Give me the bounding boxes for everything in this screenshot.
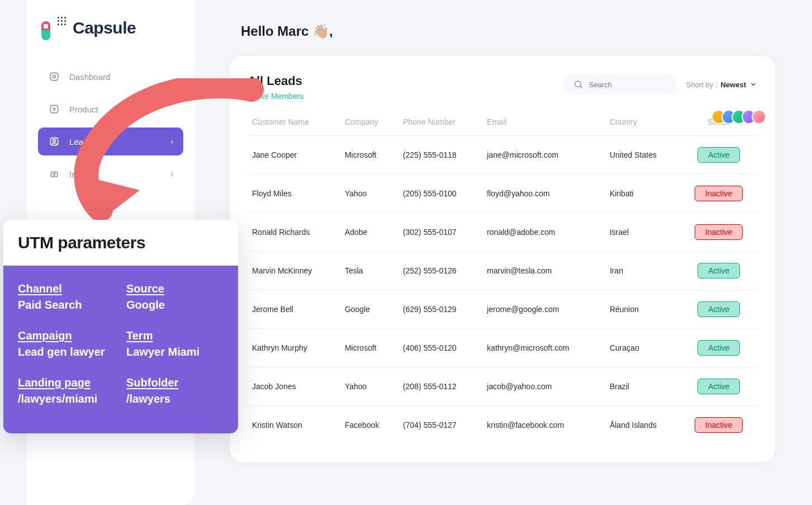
svg-point-4 [53, 139, 56, 142]
cell-phone: (225) 555-0118 [398, 136, 482, 174]
cell-phone: (406) 555-0120 [398, 329, 482, 367]
cell-phone: (302) 555-0107 [398, 213, 482, 252]
cell-name: Jerome Bell [248, 290, 340, 329]
search-box[interactable] [564, 74, 676, 95]
utm-key: Subfolder [126, 376, 224, 389]
svg-point-7 [575, 81, 581, 87]
sidebar-item-label: Income [69, 169, 97, 179]
table-row[interactable]: Kathryn MurphyMicrosoft(406) 555-0120kat… [248, 329, 757, 367]
col-phone: Phone Number [398, 111, 482, 136]
utm-item: ChannelPaid Search [18, 282, 115, 312]
table-row[interactable]: Marvin McKinneyTesla(252) 555-0126marvin… [248, 252, 757, 290]
cell-name: Marvin McKinney [248, 252, 340, 290]
main-content: Hello Marc 👋🏼, All Leads Active Members … [221, 0, 784, 462]
search-input[interactable] [589, 81, 667, 89]
cell-status: Active [680, 290, 757, 329]
cell-name: Ronald Richards [248, 213, 340, 252]
utm-value: Lead gen lawyer [18, 346, 115, 358]
leads-icon [48, 135, 60, 148]
cell-company: Adobe [340, 213, 398, 252]
utm-value: Paid Search [18, 299, 115, 312]
col-company: Company [340, 111, 398, 136]
cell-country: Iran [605, 252, 681, 290]
utm-value: /lawyers/miami [18, 393, 115, 405]
utm-item: Landing page/lawyers/miami [18, 376, 115, 405]
cell-status: Active [680, 136, 757, 174]
sidebar-item-leads[interactable]: Leads › [38, 128, 183, 155]
cell-email: kathryn@microsoft.com [482, 329, 605, 367]
table-row[interactable]: Jane CooperMicrosoft(225) 555-0118jane@m… [248, 136, 757, 174]
utm-title: UTM parameters [18, 233, 224, 252]
logo-icon [41, 16, 66, 40]
cell-phone: (704) 555-0127 [398, 406, 482, 445]
status-badge: Active [697, 340, 740, 356]
svg-rect-5 [51, 172, 58, 177]
table-row[interactable]: Floyd MilesYahoo(205) 555-0100floyd@yaho… [248, 174, 757, 213]
cell-status: Active [680, 329, 757, 367]
cell-status: Inactive [680, 406, 757, 445]
chevron-right-icon: › [170, 169, 173, 178]
cell-name: Jacob Jones [248, 367, 340, 406]
utm-value: /lawyers [126, 393, 224, 405]
utm-item: TermLawyer Miami [126, 329, 224, 358]
col-country: Country [605, 111, 681, 136]
brand-name: Capsule [73, 18, 136, 37]
cell-status: Inactive [680, 174, 757, 213]
sidebar-item-label: Leads [69, 137, 92, 147]
sidebar-item-label: Product [69, 105, 98, 114]
table-row[interactable]: Kristin WatsonFacebook(704) 555-0127kris… [248, 406, 757, 445]
logo: Capsule [38, 16, 183, 40]
utm-key: Landing page [18, 376, 115, 389]
cell-name: Jane Cooper [248, 136, 340, 174]
sort-value: Newest [720, 81, 746, 89]
sidebar-item-dashboard[interactable]: Dashboard [38, 63, 183, 91]
cell-email: jane@microsoft.com [482, 136, 605, 174]
card-header: All Leads Active Members Short by : Newe… [248, 74, 757, 101]
cell-email: floyd@yahoo.com [482, 174, 605, 213]
col-name: Customer Name [248, 111, 340, 136]
leads-table: Customer Name Company Phone Number Email… [248, 111, 757, 444]
status-badge: Active [697, 379, 740, 394]
cell-company: Google [340, 290, 398, 329]
table-row[interactable]: Jerome BellGoogle(629) 555-0129jerome@go… [248, 290, 757, 329]
col-email: Email [482, 111, 605, 136]
cell-phone: (629) 555-0129 [398, 290, 482, 329]
card-subtitle: Active Members [248, 92, 303, 101]
utm-item: SourceGoogle [126, 282, 224, 312]
svg-rect-0 [50, 73, 58, 80]
cell-country: Kiribati [605, 174, 681, 213]
cell-phone: (208) 555-0112 [398, 367, 482, 406]
cell-company: Facebook [340, 406, 398, 445]
cell-country: Réunion [605, 290, 681, 329]
utm-panel: UTM parameters ChannelPaid SearchSourceG… [3, 220, 238, 433]
chevron-right-icon: › [170, 137, 173, 146]
table-row[interactable]: Ronald RichardsAdobe(302) 555-0107ronald… [248, 213, 757, 252]
card-title: All Leads [248, 74, 303, 88]
table-row[interactable]: Jacob JonesYahoo(208) 555-0112jacob@yaho… [248, 367, 757, 406]
cell-email: marvin@tesla.com [482, 252, 605, 290]
status-badge: Inactive [695, 224, 743, 240]
chevron-down-icon [749, 81, 757, 88]
status-badge: Inactive [695, 417, 743, 433]
cell-name: Kristin Watson [248, 406, 340, 445]
cell-company: Microsoft [340, 136, 398, 174]
sidebar-item-product[interactable]: Product [38, 95, 183, 123]
svg-line-8 [580, 86, 582, 88]
status-badge: Active [697, 301, 740, 317]
sort-dropdown[interactable]: Short by : Newest [686, 81, 757, 89]
status-badge: Active [697, 147, 740, 163]
cell-company: Tesla [340, 252, 398, 290]
utm-key: Campaign [18, 329, 115, 342]
cell-status: Active [680, 367, 757, 406]
svg-point-6 [53, 173, 55, 175]
cell-country: United States [605, 136, 681, 174]
utm-value: Google [126, 299, 224, 312]
utm-value: Lawyer Miami [126, 346, 224, 358]
sidebar-item-label: Dashboard [69, 72, 110, 82]
cell-name: Floyd Miles [248, 174, 340, 213]
cell-country: Curaçao [605, 329, 681, 367]
sidebar-item-income[interactable]: Income › [38, 160, 183, 188]
status-badge: Active [697, 263, 740, 279]
utm-key: Source [126, 282, 224, 295]
avatar-stack [716, 110, 766, 124]
